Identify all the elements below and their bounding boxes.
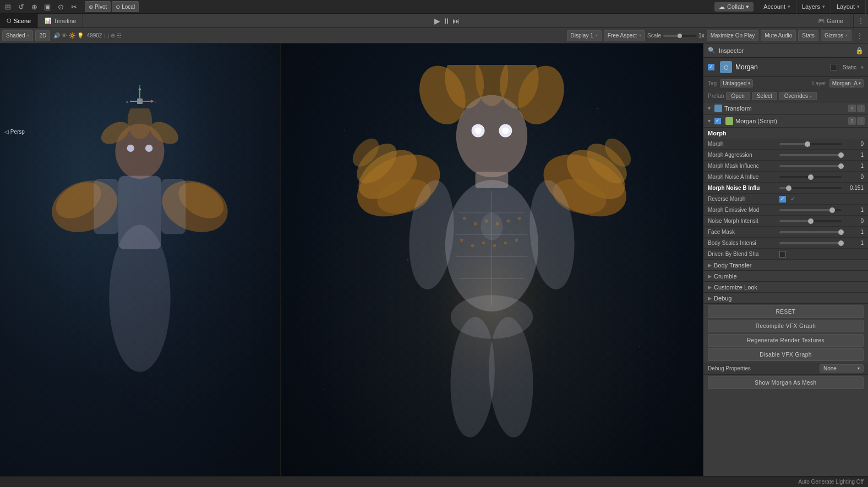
timeline-tab[interactable]: 📊 Timeline <box>38 14 83 28</box>
open-button[interactable]: Open <box>726 92 749 100</box>
recompile-vfx-graph-button[interactable]: Recompile VFX Graph <box>708 320 864 332</box>
show-morgan-button[interactable]: Show Morgan As Mesh <box>708 376 864 389</box>
prop-slider-container: 1 <box>779 240 864 246</box>
prop-row-morph-mask-influenc: Morph Mask Influenc 1 <box>703 161 868 172</box>
section-arrow: ▶ <box>708 273 712 279</box>
debug-dropdown[interactable]: None ▾ <box>820 364 864 373</box>
prefab-label: Prefab <box>708 93 724 99</box>
disable-vfx-graph-button[interactable]: Disable VFX Graph <box>708 348 864 361</box>
display-dropdown[interactable]: Display 1 ▾ <box>567 30 602 41</box>
section-crumble[interactable]: ▶ Crumble <box>703 271 868 282</box>
script-buttons: ? ⋮ <box>848 117 865 125</box>
prop-row-morph: Morph 0 <box>703 139 868 150</box>
prop-checkbox[interactable] <box>779 251 786 258</box>
section-debug[interactable]: ▶ Debug <box>703 293 868 304</box>
prop-slider[interactable] <box>779 143 842 145</box>
section-body-transfer[interactable]: ▶ Body Transfer <box>703 260 868 271</box>
scissors-icon[interactable]: ✂ <box>68 3 79 11</box>
select-button[interactable]: Select <box>752 92 777 100</box>
collab-button[interactable]: ☁ Collab ▾ <box>714 2 754 12</box>
scale-label: Scale <box>647 32 661 39</box>
viewport-split: y x z ◁ Persp <box>0 43 703 476</box>
object-name: Morgan <box>735 63 827 71</box>
layout-menu[interactable]: Layout ▾ <box>831 0 866 14</box>
layers-menu[interactable]: Layers ▾ <box>796 0 831 14</box>
svg-text:x: x <box>155 99 156 104</box>
prop-slider[interactable] <box>779 176 842 178</box>
prop-row-morph-noise-b-influ: Morph Noise B Influ 0.151 <box>703 183 868 194</box>
game-tab[interactable]: 🎮 Game <box>811 14 850 28</box>
gizmos-arrow: ▾ <box>845 33 848 38</box>
inspector-title: Inspector <box>719 47 744 54</box>
collapsible-sections: ▶ Body Transfer ▶ Crumble ▶ Customize Lo… <box>703 260 868 304</box>
add-icon[interactable]: ⊕ <box>29 3 40 11</box>
pivot-button[interactable]: ⊕ Pivot <box>85 1 111 12</box>
svg-point-68 <box>481 213 503 240</box>
reset-button[interactable]: RESET <box>708 305 864 318</box>
prop-slider[interactable] <box>779 154 842 156</box>
local-button[interactable]: ⊙ Local <box>112 1 139 12</box>
script-help-button[interactable]: ? <box>848 117 856 125</box>
aspect-dropdown[interactable]: Free Aspect ▾ <box>604 30 645 41</box>
rect-icon[interactable]: ▣ <box>42 3 53 11</box>
main-layout: y x z ◁ Persp <box>0 43 868 476</box>
transform-more-button[interactable]: ⋮ <box>857 105 865 112</box>
grid-icon[interactable]: ⊞ <box>2 3 13 11</box>
prop-slider[interactable] <box>779 165 842 167</box>
refresh-icon[interactable]: ↺ <box>15 3 26 11</box>
prop-value: 1 <box>844 163 864 169</box>
transform-header[interactable]: ▼ Transform ? ⋮ <box>703 102 868 114</box>
section-name: Crumble <box>714 273 737 280</box>
top-menu-right: Account ▾ Layers ▾ Layout ▾ <box>758 0 866 14</box>
layer-arrow: ▾ <box>859 81 861 86</box>
svg-point-18 <box>145 145 152 152</box>
prop-name: Driven By Blend Sha <box>708 251 779 257</box>
transform-name: Transform <box>724 105 846 112</box>
stats-button[interactable]: Stats <box>798 30 818 41</box>
pivot-icon: ⊕ <box>89 4 93 10</box>
prop-slider[interactable] <box>779 187 842 189</box>
overrides-button[interactable]: Overrides ▾ <box>779 92 817 100</box>
maximize-button[interactable]: Maximize On Play <box>707 30 759 41</box>
object-active-checkbox[interactable] <box>708 64 714 70</box>
play-button[interactable]: ▶ <box>434 17 440 25</box>
section-arrow: ▶ <box>708 296 712 301</box>
shaded-dropdown[interactable]: Shaded ▾ <box>2 30 33 41</box>
play-controls: ▶ ⏸ ⏭ <box>430 17 465 25</box>
circle-icon[interactable]: ⊙ <box>55 3 66 11</box>
step-button[interactable]: ⏭ <box>452 17 460 25</box>
script-active-checkbox[interactable] <box>714 118 721 124</box>
svg-point-43 <box>503 128 509 134</box>
prop-slider[interactable] <box>779 209 842 211</box>
account-menu[interactable]: Account ▾ <box>758 0 796 14</box>
prop-row-morph-noise-a-influe: Morph Noise A Influe 0 <box>703 172 868 183</box>
layer-dropdown[interactable]: Morgan_A ▾ <box>829 79 864 87</box>
regenerate-render-textures-button[interactable]: Regenerate Render Textures <box>708 334 864 347</box>
script-more-button[interactable]: ⋮ <box>857 117 865 125</box>
prop-slider[interactable] <box>779 220 842 222</box>
game-viewport[interactable] <box>281 43 703 476</box>
2d-button[interactable]: 2D <box>35 30 50 41</box>
inspector-lock-icon[interactable]: 🔒 <box>855 47 864 54</box>
tag-layer-row: Tag Untagged ▾ Layer Morgan_A ▾ <box>703 77 868 90</box>
scene-viewport[interactable]: y x z ◁ Persp <box>0 43 281 476</box>
tag-dropdown[interactable]: Untagged ▾ <box>720 79 752 87</box>
scene-tab[interactable]: ⬡ Scene <box>0 14 38 28</box>
prop-slider[interactable] <box>779 242 842 244</box>
svg-point-63 <box>471 244 474 248</box>
more-button[interactable]: ⋮ <box>854 17 868 25</box>
prop-name: Morph Noise B Influ <box>708 185 779 191</box>
scale-slider[interactable] <box>663 35 696 37</box>
svg-rect-20 <box>94 179 119 234</box>
prop-checkbox[interactable] <box>779 196 786 203</box>
prop-slider[interactable] <box>779 231 842 233</box>
section-customize-look[interactable]: ▶ Customize Look <box>703 282 868 293</box>
more-viewport-button[interactable]: ⋮ <box>854 31 866 40</box>
script-header[interactable]: ▼ Morgan (Script) ? ⋮ <box>703 115 868 127</box>
static-checkbox[interactable] <box>831 64 837 70</box>
transform-help-button[interactable]: ? <box>848 105 856 112</box>
pause-button[interactable]: ⏸ <box>443 17 450 25</box>
mute-button[interactable]: Mute Audio <box>761 30 796 41</box>
gizmos-dropdown[interactable]: Gizmos ▾ <box>821 30 851 41</box>
static-arrow[interactable]: ▾ <box>861 64 864 70</box>
